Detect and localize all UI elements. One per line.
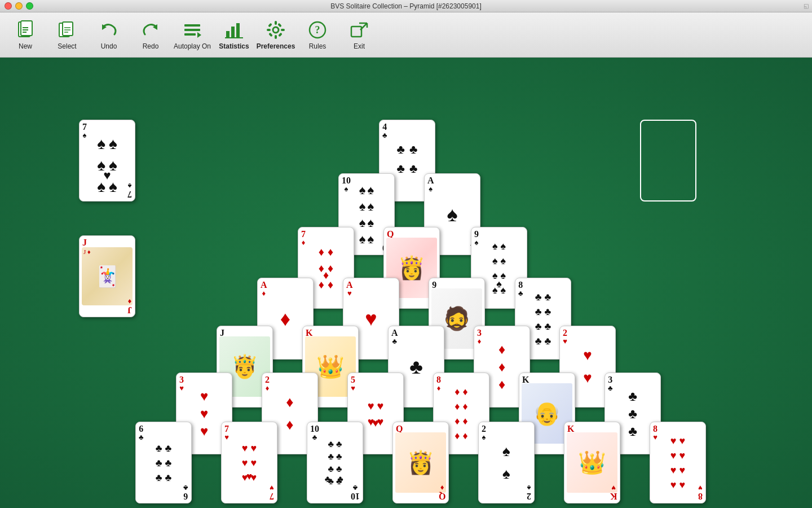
svg-rect-17 [231,27,235,38]
stock-card-jack-diamonds[interactable]: J ♦ 🃏 J ♦ J ♦ [79,235,135,317]
new-button[interactable]: New [6,15,45,55]
discard-pile[interactable] [640,120,696,202]
window-controls [5,2,33,10]
svg-rect-16 [226,31,230,38]
exit-label: Exit [354,42,365,50]
svg-rect-14 [184,33,196,36]
new-icon [15,20,36,40]
svg-rect-27 [277,23,282,27]
rules-label: Rules [309,42,326,50]
minimize-button[interactable] [15,2,23,10]
preferences-button[interactable]: Preferences [256,15,295,55]
autoplay-label: Autoplay On [174,42,211,50]
svg-rect-24 [281,29,285,31]
toolbar: New Select Undo [0,12,812,58]
svg-point-20 [273,27,279,33]
undo-icon [99,20,119,40]
pyramid-r7-Khearts[interactable]: K♥ 👑 K♥ [564,422,620,503]
exit-icon [349,20,369,40]
svg-rect-28 [268,32,273,37]
redo-icon [140,20,161,40]
svg-marker-15 [197,32,201,38]
svg-rect-26 [278,32,283,37]
undo-button[interactable]: Undo [89,15,129,55]
statistics-button[interactable]: Statistics [214,15,254,55]
title-bar: BVS Solitaire Collection – Pyramid [#262… [0,0,812,12]
exit-button[interactable]: Exit [339,15,379,55]
pyramid-r7-6clubs[interactable]: 6♣ ♣♣♣♣♣♣ 6♣ [135,422,192,503]
window-title: BVS Solitaire Collection – Pyramid [#262… [330,2,482,10]
select-icon [57,20,77,40]
redo-button[interactable]: Redo [131,15,170,55]
autoplay-button[interactable]: Autoplay On [173,15,212,55]
preferences-label: Preferences [257,42,295,50]
preferences-icon [266,20,286,40]
svg-rect-22 [275,35,277,39]
autoplay-icon [182,20,202,40]
rules-button[interactable]: ? Rules [298,15,337,55]
select-button[interactable]: Select [47,15,87,55]
stock-card-7spades[interactable]: 7 ♠ ♠♠ ♠♠ ♠♠ ♥ 7 ♠ [79,120,135,202]
maximize-button[interactable] [26,2,33,10]
pyramid-r7-2spades[interactable]: 2♠ ♠♠ 2♠ [478,422,535,503]
game-area: 7 ♠ ♠♠ ♠♠ ♠♠ ♥ 7 ♠ J ♦ 🃏 J ♦ J ♦ [0,58,812,508]
svg-rect-12 [184,24,200,27]
resize-icon: ◱ [804,3,809,9]
close-button[interactable] [5,2,12,10]
rules-icon: ? [307,20,328,40]
svg-rect-25 [268,23,272,27]
statistics-label: Statistics [219,42,249,50]
svg-rect-18 [236,23,240,38]
pyramid-r7-8hearts[interactable]: 8♥ ♥♥♥♥♥♥♥♥ 8♥ [650,422,706,503]
undo-label: Undo [101,42,117,50]
pyramid-r7-10clubs[interactable]: 10♣ ♣♣♣♣♣♣♣♣ ♣♣ 10♣ [307,422,363,503]
svg-rect-23 [267,29,271,31]
redo-label: Redo [143,42,159,50]
select-label: Select [58,42,76,50]
statistics-icon [224,20,244,40]
pyramid-r7-7hearts[interactable]: 7♥ ♥♥♥♥♥♥ ♥ 7♥ [221,422,277,503]
svg-rect-13 [184,29,200,31]
svg-rect-6 [63,22,73,36]
svg-rect-21 [275,21,277,25]
svg-text:?: ? [315,24,320,36]
pyramid-r7-Qdiamonds[interactable]: Q♦ 👸 Q♦ [392,422,449,503]
new-label: New [19,42,32,50]
svg-rect-31 [351,27,361,37]
